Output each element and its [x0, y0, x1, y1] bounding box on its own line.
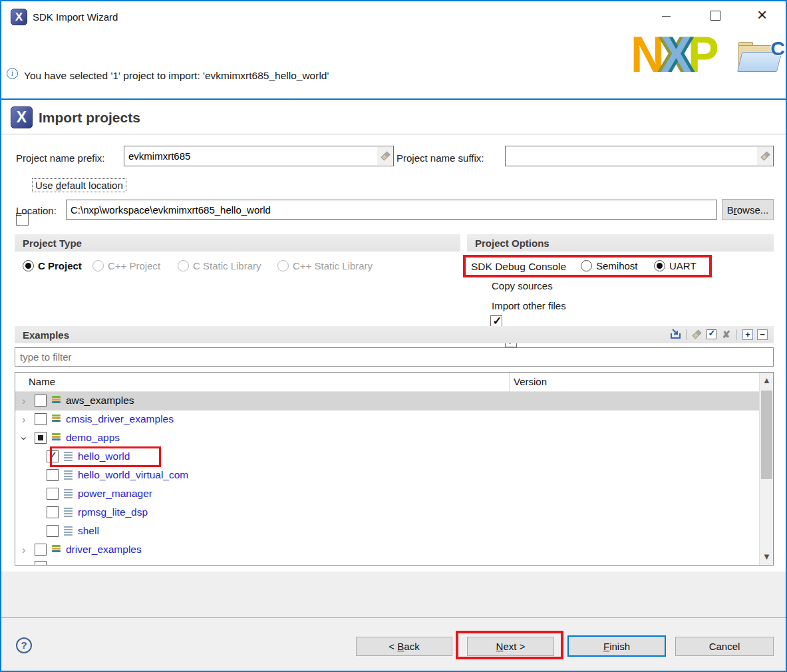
example-icon — [64, 508, 73, 518]
maximize-button[interactable] — [710, 11, 720, 21]
eraser-icon — [381, 151, 390, 160]
finish-button[interactable]: Finish — [567, 635, 666, 657]
suffix-input[interactable] — [506, 150, 757, 162]
folder-letter: C — [770, 37, 785, 60]
location-input[interactable] — [67, 204, 716, 216]
row-checkbox[interactable] — [35, 395, 47, 407]
select-check-icon[interactable] — [707, 329, 716, 339]
import-other-files-label: Import other files — [492, 300, 566, 311]
chevron-right-icon[interactable]: › — [22, 544, 25, 556]
prefix-label: Project name prefix: — [16, 152, 104, 164]
suffix-field-wrap — [505, 146, 774, 166]
radio-cpp-project[interactable]: C++ Project — [92, 260, 160, 271]
help-button[interactable]: ? — [16, 637, 32, 653]
chevron-right-icon[interactable]: › — [22, 395, 25, 407]
collapse-all-icon[interactable]: − — [757, 329, 768, 340]
use-default-location-label[interactable]: Use default location — [32, 178, 126, 192]
sdk-import-wizard-window: X SDK Import Wizard × NXXXP C i You have… — [0, 0, 787, 672]
radio-cpp-static-library[interactable]: C++ Static Library — [277, 260, 373, 271]
table-row-shell[interactable]: shell — [15, 522, 760, 541]
filter-input[interactable] — [20, 351, 768, 363]
filter-field-wrap — [15, 347, 774, 367]
vertical-scrollbar[interactable]: ▲ ▼ — [759, 373, 773, 565]
prefix-input[interactable] — [124, 150, 377, 162]
category-icon — [52, 433, 61, 441]
radio-icon — [92, 260, 104, 271]
expand-all-icon[interactable]: + — [742, 329, 753, 340]
clear-suffix-button[interactable] — [757, 147, 773, 165]
prefix-field-wrap — [124, 146, 394, 166]
row-checkbox-partial-clipped[interactable] — [35, 561, 47, 565]
next-button[interactable]: Next > — [467, 637, 554, 656]
table-row-hello-world-virtual-com[interactable]: hello_world_virtual_com — [15, 466, 760, 485]
question-mark-icon: ? — [21, 639, 27, 651]
row-checkbox[interactable] — [47, 525, 59, 537]
row-checkbox[interactable] — [47, 506, 59, 518]
sdk-debug-console-label: SDK Debug Console — [471, 261, 566, 273]
row-label: driver_examples — [66, 544, 142, 556]
toolbar-separator — [686, 329, 687, 340]
minimize-icon — [662, 16, 671, 17]
table-row-demo-apps[interactable]: › demo_apps — [15, 429, 760, 448]
column-header-version[interactable]: Version — [514, 376, 547, 387]
radio-uart[interactable]: UART — [654, 260, 697, 271]
table-body: › aws_examples › cmsis_driver_examples ›… — [15, 392, 773, 565]
browse-button[interactable]: Browse... — [722, 199, 774, 220]
nxp-letter-p: P — [688, 26, 715, 83]
chevron-right-icon[interactable]: › — [22, 414, 25, 426]
toolbar-separator — [736, 329, 737, 340]
radio-semihost[interactable]: Semihost — [581, 260, 638, 271]
minimize-button[interactable] — [662, 16, 671, 17]
table-row-hello-world[interactable]: hello_world — [15, 448, 760, 466]
nxp-x-blue: X — [661, 26, 688, 83]
nxp-logo: NXXXP — [631, 29, 715, 80]
clear-prefix-button[interactable] — [377, 147, 393, 165]
table-row-rpmsg-lite-dsp[interactable]: rpmsg_lite_dsp — [15, 504, 760, 522]
header-divider — [1, 98, 786, 100]
scroll-up-icon[interactable]: ▲ — [760, 373, 774, 389]
row-label: shell — [78, 525, 99, 537]
table-row-power-manager[interactable]: power_manager — [15, 485, 760, 504]
row-checkbox[interactable] — [35, 413, 47, 425]
examples-table: Name Version › aws_examples › cmsis_driv… — [15, 372, 774, 566]
import-log-icon[interactable] — [669, 329, 683, 340]
row-checkbox[interactable] — [47, 450, 59, 462]
row-label: hello_world_virtual_com — [78, 469, 188, 481]
example-icon — [64, 452, 73, 462]
row-checkbox[interactable] — [35, 432, 47, 444]
banner-message: You have selected '1' project to import:… — [24, 70, 329, 82]
radio-c-project[interactable]: C Project — [23, 260, 82, 271]
eraser-icon[interactable] — [693, 329, 702, 339]
window-title: SDK Import Wizard — [33, 11, 118, 23]
radio-c-static-library[interactable]: C Static Library — [178, 260, 261, 271]
scroll-down-icon[interactable]: ▼ — [760, 549, 774, 565]
row-checkbox[interactable] — [47, 469, 59, 481]
table-row-cmsis-driver-examples[interactable]: › cmsis_driver_examples — [15, 411, 760, 429]
example-icon — [64, 526, 73, 537]
row-checkbox[interactable] — [47, 488, 59, 500]
chevron-down-icon[interactable]: › — [18, 436, 30, 440]
scrollbar-thumb[interactable] — [761, 391, 772, 479]
nxp-letter-n: N — [631, 26, 661, 83]
c-project-folder-icon: C — [737, 40, 785, 75]
info-icon: i — [7, 68, 18, 79]
column-divider[interactable] — [509, 373, 510, 392]
row-label: rpmsg_lite_dsp — [78, 506, 148, 518]
row-label: cmsis_driver_examples — [66, 413, 174, 425]
column-header-name[interactable]: Name — [29, 376, 55, 387]
wizard-logo-icon: X — [11, 9, 27, 25]
radio-icon — [277, 260, 289, 271]
table-header: Name Version — [15, 373, 773, 392]
suffix-label: Project name suffix: — [396, 152, 484, 164]
location-field-wrap — [66, 200, 717, 220]
row-label: demo_apps — [66, 432, 120, 444]
close-button[interactable]: × — [757, 9, 767, 21]
back-button[interactable]: < Back — [356, 637, 452, 656]
maximize-icon — [710, 11, 720, 21]
table-row-aws-examples[interactable]: › aws_examples — [15, 392, 760, 411]
divider — [1, 134, 786, 134]
cancel-button[interactable]: Cancel — [675, 637, 774, 656]
clear-filter-icon[interactable]: ✘ — [722, 329, 730, 340]
row-checkbox[interactable] — [35, 544, 47, 556]
table-row-driver-examples[interactable]: › driver_examples — [15, 541, 760, 560]
